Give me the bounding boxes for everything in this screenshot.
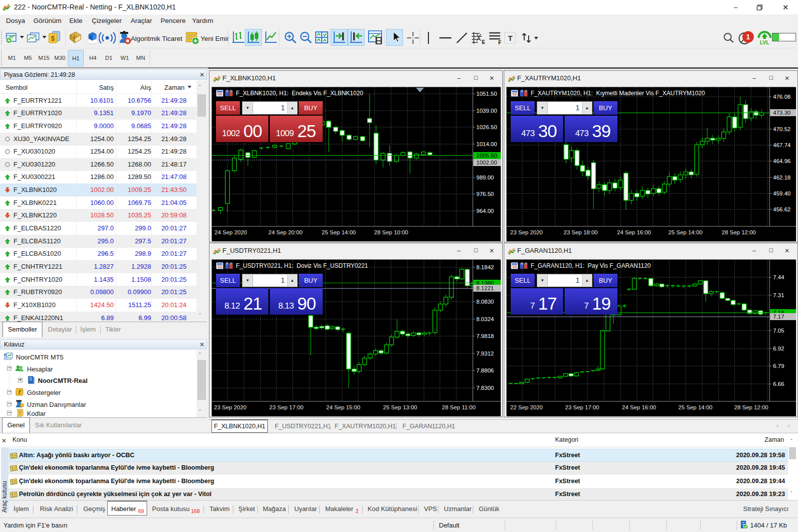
svg-text:464.96: 464.96 — [773, 158, 791, 164]
svg-text:6.79: 6.79 — [773, 363, 784, 369]
svg-text:23 Sep 18:00: 23 Sep 18:00 — [564, 229, 598, 235]
svg-text:$: $ — [51, 34, 55, 42]
svg-text:E: E — [482, 39, 485, 45]
svg-text:T: T — [508, 34, 512, 42]
svg-text:6.66: 6.66 — [773, 381, 784, 387]
svg-text:1014.00: 1014.00 — [476, 141, 497, 147]
svg-text:23 Sep 2020: 23 Sep 2020 — [510, 229, 543, 235]
svg-text:8.1842: 8.1842 — [476, 264, 494, 270]
svg-text:24 Sep 20:00: 24 Sep 20:00 — [268, 229, 302, 235]
svg-text:1039.00: 1039.00 — [476, 108, 497, 114]
svg-text:456.62: 456.62 — [773, 206, 791, 212]
svg-text:7.17: 7.17 — [773, 314, 784, 320]
svg-text:22 Sep 2020: 22 Sep 2020 — [510, 404, 543, 410]
svg-text:8.0324: 8.0324 — [476, 316, 494, 322]
svg-text:476.08: 476.08 — [773, 94, 791, 100]
svg-text:24 Sep 15:00: 24 Sep 15:00 — [326, 404, 360, 410]
svg-text:24 Sep 16:00: 24 Sep 16:00 — [622, 404, 656, 410]
svg-text:1002.00: 1002.00 — [476, 160, 497, 166]
svg-text:F: F — [498, 40, 501, 45]
svg-text:459.40: 459.40 — [773, 190, 791, 196]
svg-text:473.30: 473.30 — [773, 110, 791, 116]
svg-text:6.92: 6.92 — [773, 346, 784, 352]
svg-text:1005.50: 1005.50 — [476, 153, 497, 159]
svg-text:964.00: 964.00 — [476, 208, 494, 214]
svg-text:28 Sep 10:00: 28 Sep 10:00 — [374, 229, 408, 235]
svg-text:5: 5 — [73, 33, 75, 38]
svg-text:24 Sep 16:00: 24 Sep 16:00 — [617, 229, 651, 235]
svg-text:23 Sep 17:00: 23 Sep 17:00 — [565, 404, 599, 410]
svg-text:467.74: 467.74 — [773, 142, 791, 148]
svg-text:28 Sep 12:00: 28 Sep 12:00 — [734, 404, 768, 410]
svg-text:25 Sep 13:00: 25 Sep 13:00 — [383, 404, 417, 410]
svg-text:976.50: 976.50 — [476, 191, 494, 197]
svg-text:7.9818: 7.9818 — [476, 333, 494, 339]
svg-text:7.31: 7.31 — [773, 292, 784, 298]
svg-text:24 Sep 2020: 24 Sep 2020 — [214, 229, 247, 235]
svg-text:25 Sep 14:00: 25 Sep 14:00 — [668, 229, 702, 235]
svg-text:28 Sep 11:00: 28 Sep 11:00 — [442, 404, 476, 410]
svg-text:989.00: 989.00 — [476, 175, 494, 180]
svg-text:7.8806: 7.8806 — [476, 367, 494, 373]
svg-text:8.1221: 8.1221 — [476, 285, 494, 291]
svg-text:8.0830: 8.0830 — [476, 299, 494, 305]
svg-text:23 Sep 17:00: 23 Sep 17:00 — [269, 404, 303, 410]
svg-text:7.44: 7.44 — [773, 274, 785, 280]
svg-text:25 Sep 14:00: 25 Sep 14:00 — [322, 229, 356, 235]
svg-text:1: 1 — [746, 33, 750, 41]
svg-text:7.9312: 7.9312 — [476, 351, 494, 356]
svg-text:28 Sep 12:00: 28 Sep 12:00 — [722, 229, 756, 235]
svg-text:1026.50: 1026.50 — [476, 124, 497, 130]
svg-text:7.05: 7.05 — [773, 328, 784, 334]
svg-text:23 Sep 2020: 23 Sep 2020 — [214, 404, 246, 410]
svg-text:LVL: LVL — [760, 39, 770, 45]
svg-text:25 Sep 14:00: 25 Sep 14:00 — [678, 404, 712, 410]
svg-text:1051.50: 1051.50 — [476, 91, 497, 97]
svg-text:462.18: 462.18 — [773, 175, 791, 180]
svg-text:7.8300: 7.8300 — [476, 385, 494, 391]
svg-text:470.52: 470.52 — [773, 126, 791, 132]
